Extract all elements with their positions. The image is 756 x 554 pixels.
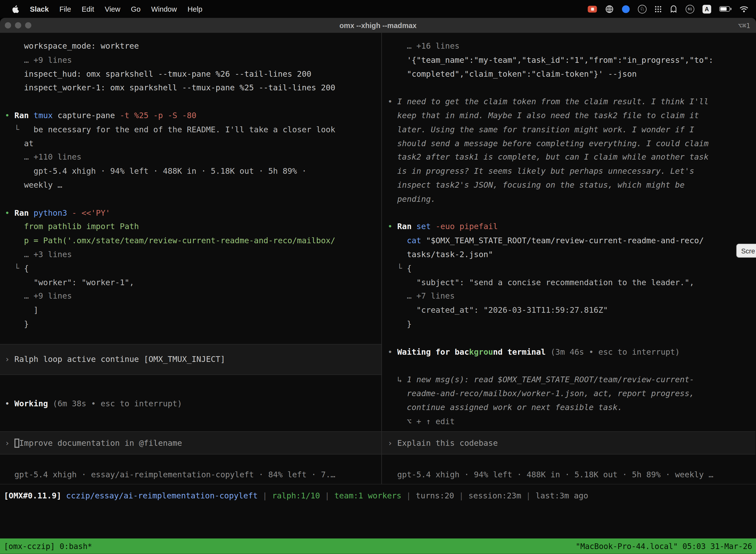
left-prompt-input[interactable]: › Improve documentation in @filename bbox=[0, 431, 381, 454]
menu-item-edit[interactable]: Edit bbox=[76, 5, 100, 13]
menu-item-file[interactable]: File bbox=[54, 5, 76, 13]
terminal-line: └ { bbox=[382, 262, 756, 276]
text-segment: be necessary for the end of the README. … bbox=[34, 125, 335, 134]
screen-recording-indicator-icon[interactable] bbox=[588, 5, 597, 12]
menu-bar-status-icons: ♘ 61 A bbox=[588, 4, 750, 13]
battery-icon[interactable] bbox=[719, 6, 732, 11]
text-segment: gpt-5.4 xhigh · 94% left · 488K in · 5.1… bbox=[388, 470, 713, 479]
left-session-footer: gpt-5.4 xhigh · essay/ai-reimplementatio… bbox=[0, 468, 381, 482]
text-segment: └ bbox=[5, 125, 34, 134]
text-segment: › bbox=[388, 438, 397, 447]
text-segment: I need to get the claim token from the c… bbox=[397, 97, 709, 106]
apple-menu[interactable] bbox=[6, 4, 24, 13]
tmux-host-clock: "MacBook-Pro-44.local" 05:03 31-Mar-26 bbox=[576, 542, 752, 551]
knight-icon: ♘ bbox=[638, 4, 647, 13]
menu-item-go[interactable]: Go bbox=[126, 5, 146, 13]
text-segment: set bbox=[417, 222, 436, 231]
blue-app-dot bbox=[622, 5, 630, 13]
terminal-line: ↳ 1 new msg(s): read $OMX_TEAM_STATE_ROO… bbox=[382, 373, 756, 387]
text-segment: … +9 lines bbox=[5, 292, 72, 301]
text-segment: at bbox=[5, 139, 34, 148]
right-prompt-input[interactable]: › Explain this codebase bbox=[382, 431, 756, 454]
globe-grid-icon[interactable] bbox=[605, 4, 614, 13]
text-segment: gpt-5.4 xhigh · essay/ai-reimplementatio… bbox=[5, 470, 335, 479]
terminal-line: … +9 lines bbox=[0, 290, 381, 303]
terminal-line: └ be necessary for the end of the README… bbox=[0, 123, 381, 137]
text-segment: tasks/task-2.json" bbox=[388, 250, 493, 259]
text-segment: -euo pipefail bbox=[436, 222, 498, 231]
terminal-line: "worker": "worker-1", bbox=[0, 276, 381, 290]
text-segment: keep that in mind. Maybe I also need the… bbox=[388, 111, 699, 120]
menu-item-window[interactable]: Window bbox=[146, 5, 182, 13]
terminal-line: inspect_worker-1: omx sparkshell --tmux-… bbox=[0, 81, 381, 95]
text-segment bbox=[14, 438, 19, 447]
ghost-app-icon[interactable] bbox=[670, 5, 677, 13]
text-segment: pending. bbox=[388, 195, 436, 204]
text-segment: kgrou bbox=[469, 347, 493, 356]
terminal-line: "created_at": "2026-03-31T11:59:27.816Z" bbox=[382, 303, 756, 318]
input-source-icon[interactable]: A bbox=[702, 4, 711, 13]
battery-body bbox=[719, 6, 730, 11]
text-segment: is in progress? It seems likely but perh… bbox=[388, 167, 694, 176]
text-segment: (6m 38s • esc to interrupt) bbox=[53, 399, 182, 408]
text-segment: Improve documentation in @filename bbox=[19, 438, 182, 447]
menu-item-help[interactable]: Help bbox=[182, 5, 208, 13]
text-segment: { bbox=[407, 264, 412, 273]
battery-gauge-icon[interactable]: 61 bbox=[686, 4, 694, 13]
text-segment: p = Path('.omx/state/team/review-current… bbox=[5, 236, 335, 245]
terminal-line: } bbox=[382, 318, 756, 331]
terminal-line: } bbox=[0, 318, 381, 331]
working-status: • Working (6m 38s • esc to interrupt) bbox=[0, 397, 381, 411]
text-segment: continue assigned work or next feasible … bbox=[388, 403, 622, 412]
terminal-line: • Ran python3 - <<'PY' bbox=[0, 206, 381, 220]
menu-item-view[interactable]: View bbox=[100, 5, 126, 13]
text-segment: … +7 lines bbox=[388, 292, 455, 301]
text-segment: … +110 lines bbox=[5, 153, 81, 162]
screen-notification[interactable]: Scre bbox=[737, 244, 756, 258]
terminal-line: └ { bbox=[0, 262, 381, 276]
text-segment: 1 new msg(s): read $OMX_TEAM_STATE_ROOT/… bbox=[407, 375, 694, 384]
right-pane-output: … +16 lines '{"team_name":"my-team","tas… bbox=[382, 40, 756, 428]
terminal-content: workspace_mode: worktree … +9 lines insp… bbox=[0, 33, 756, 484]
text-segment: [OMX#0.11.9] bbox=[4, 491, 66, 500]
gauge-percent-label: 61 bbox=[686, 4, 694, 13]
text-segment: python3 bbox=[34, 208, 72, 217]
bluesky-icon[interactable] bbox=[622, 5, 630, 13]
text-segment: turns:20 bbox=[416, 491, 454, 500]
text-segment: Ran bbox=[14, 111, 34, 120]
terminal-line: readme-and-reco/mailbox/worker-1.json, a… bbox=[382, 387, 756, 401]
menu-bar: Slack File Edit View Go Window Help ♘ 61… bbox=[0, 0, 756, 18]
chess-app-icon[interactable]: ♘ bbox=[638, 4, 647, 13]
menu-item-slack[interactable]: Slack bbox=[24, 5, 54, 13]
text-segment: (3m 46s • esc to interrupt) bbox=[551, 347, 680, 356]
stop-square-icon bbox=[591, 7, 594, 10]
terminal-line bbox=[0, 192, 381, 206]
text-segment: cczip/essay/ai-reimplementation-copyleft bbox=[66, 491, 258, 500]
wifi-icon[interactable] bbox=[740, 5, 748, 12]
terminal-line: … +7 lines bbox=[382, 290, 756, 303]
text-segment: workspace_mode: worktree bbox=[5, 42, 139, 51]
text-segment: | bbox=[401, 491, 416, 500]
terminal-line: pending. bbox=[382, 192, 756, 206]
text-segment: › bbox=[5, 355, 14, 364]
terminal-line: "completed","claim_token":"claim-token"}… bbox=[382, 67, 756, 81]
text-segment: | bbox=[258, 491, 272, 500]
text-segment: • bbox=[5, 208, 14, 217]
terminal-line: … +9 lines bbox=[0, 53, 381, 67]
text-segment: … +16 lines bbox=[388, 42, 460, 51]
text-segment: inspect_hud: omx sparkshell --tmux-pane … bbox=[5, 69, 311, 78]
terminal-line: from pathlib import Path bbox=[0, 220, 381, 234]
text-segment: • bbox=[5, 111, 14, 120]
terminal-line: inspect task2's JSON, focusing on the st… bbox=[382, 178, 756, 192]
text-segment: - <<'PY' bbox=[72, 208, 110, 217]
terminal-line bbox=[382, 359, 756, 373]
apple-icon bbox=[12, 4, 19, 13]
text-segment: nd terminal bbox=[493, 347, 551, 356]
text-segment: | bbox=[454, 491, 468, 500]
dots-grid-icon[interactable] bbox=[655, 5, 662, 12]
text-segment: inspect_worker-1: omx sparkshell --tmux-… bbox=[5, 83, 335, 92]
text-segment: ralph:1/10 bbox=[272, 491, 320, 500]
text-segment: session:23m bbox=[468, 491, 521, 500]
text-segment: • bbox=[388, 97, 397, 106]
right-session-footer: gpt-5.4 xhigh · 94% left · 488K in · 5.1… bbox=[382, 468, 756, 482]
